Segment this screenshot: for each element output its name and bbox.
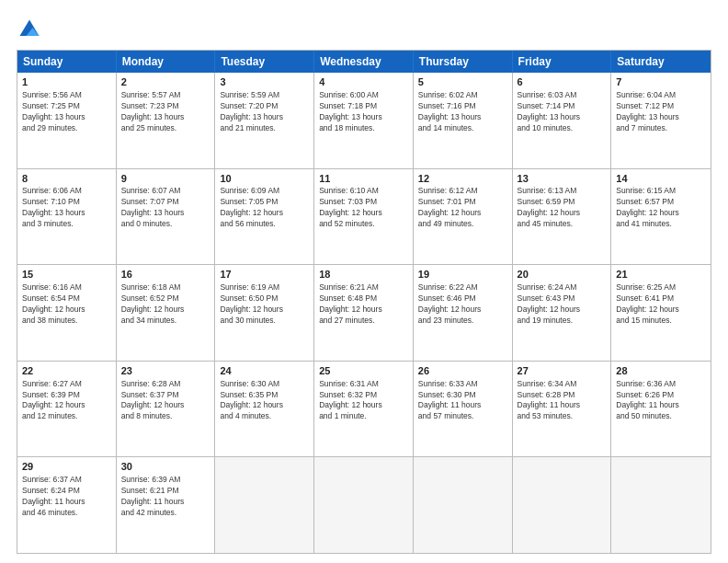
weekday-header-monday: Monday <box>117 51 216 73</box>
day-info: Sunrise: 6:30 AM Sunset: 6:35 PM Dayligh… <box>220 379 309 423</box>
day-number: 29 <box>22 460 111 474</box>
day-cell-8: 8Sunrise: 6:06 AM Sunset: 7:10 PM Daylig… <box>17 169 117 265</box>
weekday-header-thursday: Thursday <box>414 51 513 73</box>
calendar-row-3: 15Sunrise: 6:16 AM Sunset: 6:54 PM Dayli… <box>17 264 711 361</box>
day-number: 21 <box>616 268 706 282</box>
day-info: Sunrise: 6:27 AM Sunset: 6:39 PM Dayligh… <box>22 379 111 423</box>
calendar-row-5: 29Sunrise: 6:37 AM Sunset: 6:24 PM Dayli… <box>17 456 711 553</box>
day-info: Sunrise: 5:57 AM Sunset: 7:23 PM Dayligh… <box>121 90 210 134</box>
day-number: 7 <box>616 75 706 89</box>
day-info: Sunrise: 6:02 AM Sunset: 7:16 PM Dayligh… <box>418 90 507 134</box>
calendar-header: SundayMondayTuesdayWednesdayThursdayFrid… <box>17 51 711 73</box>
day-number: 28 <box>616 364 706 378</box>
day-info: Sunrise: 6:39 AM Sunset: 6:21 PM Dayligh… <box>121 475 210 519</box>
calendar-row-4: 22Sunrise: 6:27 AM Sunset: 6:39 PM Dayli… <box>17 361 711 457</box>
weekday-header-wednesday: Wednesday <box>314 51 414 73</box>
weekday-header-friday: Friday <box>513 51 612 73</box>
day-number: 3 <box>220 75 309 89</box>
day-number: 22 <box>22 364 111 378</box>
calendar: SundayMondayTuesdayWednesdayThursdayFrid… <box>17 50 711 554</box>
day-info: Sunrise: 6:31 AM Sunset: 6:32 PM Dayligh… <box>319 379 408 423</box>
day-number: 8 <box>22 172 111 186</box>
calendar-row-1: 1Sunrise: 5:56 AM Sunset: 7:25 PM Daylig… <box>17 73 711 168</box>
day-cell-13: 13Sunrise: 6:13 AM Sunset: 6:59 PM Dayli… <box>513 169 612 265</box>
day-info: Sunrise: 6:19 AM Sunset: 6:50 PM Dayligh… <box>220 282 309 327</box>
day-info: Sunrise: 6:33 AM Sunset: 6:30 PM Dayligh… <box>418 379 507 423</box>
logo <box>17 17 46 42</box>
day-info: Sunrise: 6:10 AM Sunset: 7:03 PM Dayligh… <box>319 186 408 230</box>
weekday-header-sunday: Sunday <box>17 51 117 73</box>
day-cell-24: 24Sunrise: 6:30 AM Sunset: 6:35 PM Dayli… <box>215 362 314 457</box>
day-number: 12 <box>418 172 507 186</box>
day-info: Sunrise: 6:07 AM Sunset: 7:07 PM Dayligh… <box>121 186 210 230</box>
day-cell-5: 5Sunrise: 6:02 AM Sunset: 7:16 PM Daylig… <box>414 73 513 168</box>
day-cell-23: 23Sunrise: 6:28 AM Sunset: 6:37 PM Dayli… <box>117 362 216 457</box>
day-number: 14 <box>616 172 706 186</box>
day-number: 2 <box>121 75 210 89</box>
logo-icon <box>17 17 42 42</box>
day-number: 16 <box>121 268 210 282</box>
weekday-header-tuesday: Tuesday <box>215 51 314 73</box>
day-cell-7: 7Sunrise: 6:04 AM Sunset: 7:12 PM Daylig… <box>611 73 711 168</box>
day-cell-28: 28Sunrise: 6:36 AM Sunset: 6:26 PM Dayli… <box>611 362 711 457</box>
day-info: Sunrise: 5:59 AM Sunset: 7:20 PM Dayligh… <box>220 90 309 134</box>
day-cell-14: 14Sunrise: 6:15 AM Sunset: 6:57 PM Dayli… <box>611 169 711 265</box>
day-number: 20 <box>518 268 607 282</box>
header <box>17 17 711 42</box>
day-info: Sunrise: 6:28 AM Sunset: 6:37 PM Dayligh… <box>121 379 210 423</box>
day-number: 27 <box>518 364 607 378</box>
page: SundayMondayTuesdayWednesdayThursdayFrid… <box>0 0 728 563</box>
day-cell-6: 6Sunrise: 6:03 AM Sunset: 7:14 PM Daylig… <box>513 73 612 168</box>
day-cell-19: 19Sunrise: 6:22 AM Sunset: 6:46 PM Dayli… <box>414 265 513 361</box>
calendar-body: 1Sunrise: 5:56 AM Sunset: 7:25 PM Daylig… <box>17 73 711 553</box>
day-info: Sunrise: 6:21 AM Sunset: 6:48 PM Dayligh… <box>319 282 408 327</box>
day-info: Sunrise: 6:15 AM Sunset: 6:57 PM Dayligh… <box>616 186 706 230</box>
day-number: 17 <box>220 268 309 282</box>
day-info: Sunrise: 6:36 AM Sunset: 6:26 PM Dayligh… <box>616 379 706 423</box>
day-number: 23 <box>121 364 210 378</box>
day-cell-22: 22Sunrise: 6:27 AM Sunset: 6:39 PM Dayli… <box>17 362 117 457</box>
day-number: 11 <box>319 172 408 186</box>
empty-cell <box>215 457 314 553</box>
day-cell-4: 4Sunrise: 6:00 AM Sunset: 7:18 PM Daylig… <box>314 73 414 168</box>
day-cell-1: 1Sunrise: 5:56 AM Sunset: 7:25 PM Daylig… <box>17 73 117 168</box>
day-cell-3: 3Sunrise: 5:59 AM Sunset: 7:20 PM Daylig… <box>215 73 314 168</box>
day-info: Sunrise: 6:03 AM Sunset: 7:14 PM Dayligh… <box>518 90 607 134</box>
day-number: 10 <box>220 172 309 186</box>
day-cell-26: 26Sunrise: 6:33 AM Sunset: 6:30 PM Dayli… <box>414 362 513 457</box>
day-info: Sunrise: 6:04 AM Sunset: 7:12 PM Dayligh… <box>616 90 706 134</box>
day-cell-30: 30Sunrise: 6:39 AM Sunset: 6:21 PM Dayli… <box>117 457 216 553</box>
day-info: Sunrise: 6:18 AM Sunset: 6:52 PM Dayligh… <box>121 282 210 327</box>
day-number: 25 <box>319 364 408 378</box>
day-cell-9: 9Sunrise: 6:07 AM Sunset: 7:07 PM Daylig… <box>117 169 216 265</box>
day-number: 19 <box>418 268 507 282</box>
day-number: 26 <box>418 364 507 378</box>
day-cell-20: 20Sunrise: 6:24 AM Sunset: 6:43 PM Dayli… <box>513 265 612 361</box>
weekday-header-saturday: Saturday <box>611 51 711 73</box>
day-info: Sunrise: 5:56 AM Sunset: 7:25 PM Dayligh… <box>22 90 111 134</box>
day-cell-18: 18Sunrise: 6:21 AM Sunset: 6:48 PM Dayli… <box>314 265 414 361</box>
day-info: Sunrise: 6:09 AM Sunset: 7:05 PM Dayligh… <box>220 186 309 230</box>
day-number: 15 <box>22 268 111 282</box>
day-info: Sunrise: 6:00 AM Sunset: 7:18 PM Dayligh… <box>319 90 408 134</box>
day-info: Sunrise: 6:37 AM Sunset: 6:24 PM Dayligh… <box>22 475 111 519</box>
day-number: 1 <box>22 75 111 89</box>
day-info: Sunrise: 6:12 AM Sunset: 7:01 PM Dayligh… <box>418 186 507 230</box>
empty-cell <box>414 457 513 553</box>
day-cell-16: 16Sunrise: 6:18 AM Sunset: 6:52 PM Dayli… <box>117 265 216 361</box>
day-cell-25: 25Sunrise: 6:31 AM Sunset: 6:32 PM Dayli… <box>314 362 414 457</box>
day-cell-2: 2Sunrise: 5:57 AM Sunset: 7:23 PM Daylig… <box>117 73 216 168</box>
day-info: Sunrise: 6:34 AM Sunset: 6:28 PM Dayligh… <box>518 379 607 423</box>
empty-cell <box>513 457 612 553</box>
day-number: 6 <box>518 75 607 89</box>
day-info: Sunrise: 6:24 AM Sunset: 6:43 PM Dayligh… <box>518 282 607 327</box>
day-info: Sunrise: 6:06 AM Sunset: 7:10 PM Dayligh… <box>22 186 111 230</box>
day-info: Sunrise: 6:22 AM Sunset: 6:46 PM Dayligh… <box>418 282 507 327</box>
day-number: 4 <box>319 75 408 89</box>
day-cell-21: 21Sunrise: 6:25 AM Sunset: 6:41 PM Dayli… <box>611 265 711 361</box>
empty-cell <box>611 457 711 553</box>
day-cell-10: 10Sunrise: 6:09 AM Sunset: 7:05 PM Dayli… <box>215 169 314 265</box>
day-number: 13 <box>518 172 607 186</box>
calendar-row-2: 8Sunrise: 6:06 AM Sunset: 7:10 PM Daylig… <box>17 168 711 265</box>
day-cell-15: 15Sunrise: 6:16 AM Sunset: 6:54 PM Dayli… <box>17 265 117 361</box>
